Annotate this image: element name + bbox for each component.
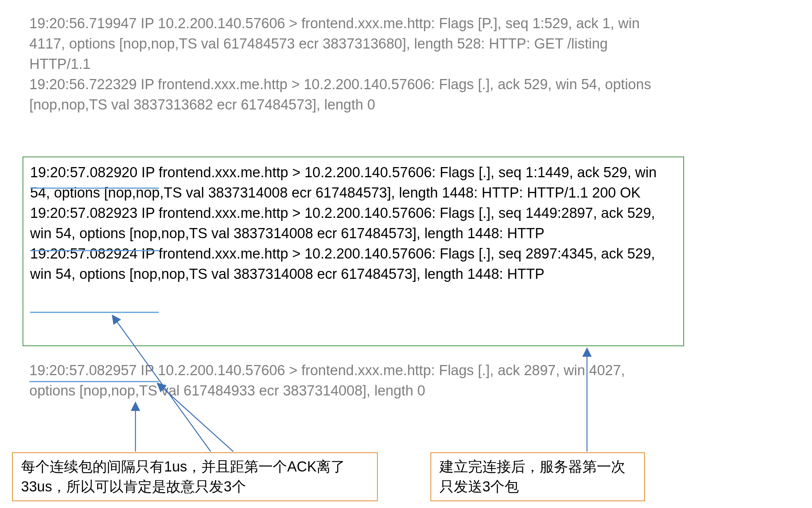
tcpdump-boxed-block: 19:20:57.082920 IP frontend.xxx.me.http … [23, 157, 684, 346]
callout-left: 每个连续包的间隔只有1us，并且距第一个ACK离了33us，所以可以肯定是故意只… [12, 452, 378, 501]
tcpdump-top-block: 19:20:56.719947 IP 10.2.200.140.57606 > … [29, 14, 661, 115]
tcpdump-bottom-block: 19:20:57.082957 IP 10.2.200.140.57606 > … [29, 360, 661, 401]
page: 19:20:56.719947 IP 10.2.200.140.57606 > … [0, 0, 812, 508]
callout-right: 建立完连接后，服务器第一次只发送3个包 [430, 452, 645, 501]
